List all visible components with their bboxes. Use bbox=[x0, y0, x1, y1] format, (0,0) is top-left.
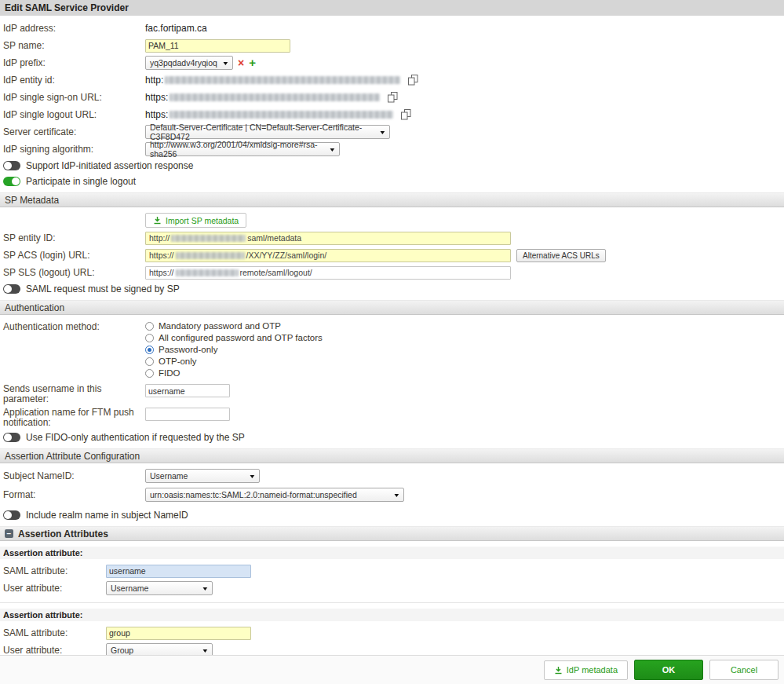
radio-icon bbox=[145, 357, 154, 366]
idp-prefix-select[interactable]: yq3pqdadv4ryqioq ▼ bbox=[145, 56, 233, 70]
idp-metadata-button-label: IdP metadata bbox=[567, 665, 618, 675]
idp-signing-algorithm-label: IdP signing algorithm: bbox=[3, 144, 145, 155]
radio-label: OTP-only bbox=[159, 357, 197, 366]
authentication-section-title: Authentication bbox=[5, 301, 64, 315]
radio-otp-only[interactable]: OTP-only bbox=[145, 357, 323, 366]
radio-fido[interactable]: FIDO bbox=[145, 368, 323, 378]
sp-sls-url-prefix: https:// bbox=[149, 268, 174, 277]
idp-signing-algorithm-value: http://www.w3.org/2001/04/xmldsig-more#r… bbox=[150, 140, 325, 159]
section-assertion-config: Assertion Attribute Configuration bbox=[0, 448, 784, 463]
idp-initiated-toggle-label: Support IdP-initiated assertion response bbox=[26, 160, 193, 171]
subject-nameid-label: Subject NameID: bbox=[3, 471, 145, 481]
nameid-format-select[interactable]: urn:oasis:names:tc:SAML:2.0:nameid-forma… bbox=[145, 488, 404, 502]
cancel-button[interactable]: Cancel bbox=[709, 660, 779, 680]
chevron-down-icon: ▼ bbox=[222, 60, 230, 66]
copy-icon[interactable] bbox=[408, 75, 418, 86]
sp-entity-id-prefix: http:// bbox=[149, 233, 170, 243]
include-realm-toggle[interactable] bbox=[3, 510, 20, 520]
toggle-row-single-logout: Participate in single logout bbox=[0, 176, 784, 187]
radio-label: FIDO bbox=[159, 368, 180, 378]
redacted-idp-entity-id bbox=[165, 76, 400, 84]
radio-icon bbox=[145, 369, 154, 378]
add-prefix-icon[interactable]: + bbox=[249, 57, 256, 68]
saml-attribute-input-1[interactable] bbox=[106, 565, 251, 578]
assertion-attribute-group-2: Assertion attribute: SAML attribute: Use… bbox=[0, 602, 784, 657]
saml-signed-toggle[interactable] bbox=[3, 284, 20, 294]
field-row-idp-entity-id: IdP entity id: http: bbox=[0, 73, 784, 87]
subject-nameid-select[interactable]: Username ▼ bbox=[145, 469, 260, 483]
sp-sls-url-label: SP SLS (logout) URL: bbox=[3, 268, 145, 278]
sp-name-input[interactable] bbox=[145, 39, 290, 53]
auth-method-radio-group: Mandatory password and OTP All configure… bbox=[145, 320, 323, 378]
chevron-down-icon: ▼ bbox=[202, 648, 210, 653]
chevron-down-icon: ▼ bbox=[379, 130, 387, 135]
radio-all-configured-factors[interactable]: All configured password and OTP factors bbox=[145, 333, 323, 342]
radio-password-only[interactable]: Password-only bbox=[145, 345, 323, 354]
toggle-row-saml-signed: SAML request must be signed by SP bbox=[0, 283, 784, 294]
fido-only-toggle[interactable] bbox=[3, 433, 20, 442]
assertion-config-section-title: Assertion Attribute Configuration bbox=[5, 449, 140, 463]
field-row-sp-entity-id: SP entity ID: http:// saml/metadata bbox=[0, 231, 784, 245]
download-icon bbox=[153, 216, 162, 225]
assertion-attribute-subheader: Assertion attribute: bbox=[0, 609, 784, 621]
saml-attribute-input-2[interactable] bbox=[106, 627, 251, 640]
sp-acs-url-suffix: /XX/YY/ZZ/saml/login/ bbox=[246, 251, 327, 260]
redacted-sp-acs-url bbox=[176, 252, 245, 259]
idp-address-label: IdP address: bbox=[3, 24, 145, 34]
idp-initiated-toggle[interactable] bbox=[3, 161, 20, 170]
delete-prefix-icon[interactable]: × bbox=[238, 57, 244, 68]
field-row-idp-signing-algorithm: IdP signing algorithm: http://www.w3.org… bbox=[0, 142, 784, 156]
assertion-attributes-section-title: Assertion Attributes bbox=[18, 527, 108, 541]
idp-signing-algorithm-select[interactable]: http://www.w3.org/2001/04/xmldsig-more#r… bbox=[145, 142, 340, 156]
radio-label: All configured password and OTP factors bbox=[159, 333, 323, 342]
collapse-icon[interactable]: − bbox=[5, 529, 13, 538]
copy-icon[interactable] bbox=[388, 92, 398, 103]
single-logout-toggle[interactable] bbox=[3, 177, 20, 186]
user-attribute-label: User attribute: bbox=[3, 583, 106, 594]
username-param-input[interactable] bbox=[145, 384, 230, 397]
sp-entity-id-suffix: saml/metadata bbox=[247, 233, 301, 243]
field-row-saml-attribute-2: SAML attribute: bbox=[0, 626, 784, 640]
single-logout-toggle-label: Participate in single logout bbox=[26, 176, 136, 187]
toggle-row-idp-initiated: Support IdP-initiated assertion response bbox=[0, 160, 784, 171]
toggle-row-include-realm: Include realm name in subject NameID bbox=[0, 510, 784, 521]
radio-mandatory-password-otp[interactable]: Mandatory password and OTP bbox=[145, 321, 323, 331]
ftm-app-input[interactable] bbox=[145, 408, 230, 421]
idp-address-value: fac.fortipam.ca bbox=[145, 23, 207, 34]
auth-method-label: Authentication method: bbox=[3, 320, 145, 332]
alternative-acs-urls-button[interactable]: Alternative ACS URLs bbox=[516, 249, 606, 262]
field-row-nameid-format: Format: urn:oasis:names:tc:SAML:2.0:name… bbox=[0, 488, 784, 502]
redacted-idp-slo-url bbox=[170, 111, 393, 119]
idp-metadata-button[interactable]: IdP metadata bbox=[544, 660, 628, 680]
saml-signed-toggle-label: SAML request must be signed by SP bbox=[26, 283, 180, 294]
user-attribute-select-1[interactable]: Username ▼ bbox=[106, 581, 213, 595]
field-row-sp-name: SP name: bbox=[0, 38, 784, 53]
saml-attribute-label: SAML attribute: bbox=[3, 628, 106, 638]
saml-attribute-label: SAML attribute: bbox=[3, 566, 106, 576]
sp-acs-url-input[interactable]: https:// /XX/YY/ZZ/saml/login/ bbox=[145, 249, 511, 262]
chevron-down-icon: ▼ bbox=[202, 586, 210, 591]
user-attribute-value-2: Group bbox=[111, 646, 133, 655]
toggle-row-fido-only: Use FIDO-only authentication if requeste… bbox=[0, 432, 784, 443]
assertion-attribute-group-1: Assertion attribute: SAML attribute: Use… bbox=[0, 547, 784, 595]
idp-slo-url-label: IdP single logout URL: bbox=[3, 110, 145, 120]
sp-sls-url-input[interactable]: https:// remote/saml/logout/ bbox=[145, 266, 511, 280]
import-sp-metadata-button[interactable]: Import SP metadata bbox=[145, 213, 246, 228]
redacted-sp-entity-id bbox=[171, 235, 246, 242]
user-attribute-label: User attribute: bbox=[3, 646, 106, 656]
username-param-label: Sends username in this parameter: bbox=[3, 384, 145, 404]
include-realm-toggle-label: Include realm name in subject NameID bbox=[26, 510, 188, 521]
field-row-subject-nameid: Subject NameID: Username ▼ bbox=[0, 469, 784, 483]
radio-icon bbox=[145, 334, 154, 342]
page-title: Edit SAML Service Provider bbox=[0, 0, 784, 16]
sp-entity-id-input[interactable]: http:// saml/metadata bbox=[145, 232, 511, 245]
field-row-auth-method: Authentication method: Mandatory passwor… bbox=[0, 320, 784, 378]
download-icon bbox=[554, 666, 563, 675]
server-certificate-select[interactable]: Default-Server-Certificate | CN=Default-… bbox=[145, 125, 390, 139]
ok-button[interactable]: OK bbox=[634, 660, 703, 680]
idp-prefix-value: yq3pqdadv4ryqioq bbox=[150, 58, 217, 68]
idp-slo-url-scheme: https: bbox=[145, 109, 168, 120]
field-row-idp-slo-url: IdP single logout URL: https: bbox=[0, 108, 784, 122]
copy-icon[interactable] bbox=[401, 109, 411, 120]
section-authentication: Authentication bbox=[0, 300, 784, 315]
